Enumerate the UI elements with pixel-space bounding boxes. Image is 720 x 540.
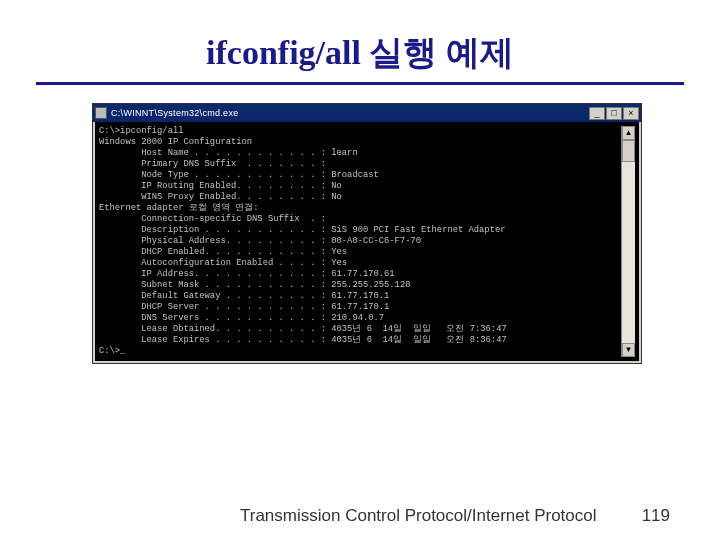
- terminal-scroll-region: C:\>ipconfig/all Windows 2000 IP Configu…: [99, 126, 635, 357]
- scroll-up-icon[interactable]: ▲: [622, 126, 635, 140]
- scrollbar[interactable]: ▲ ▼: [621, 126, 635, 357]
- term-line: Description . . . . . . . . . . . : SiS …: [99, 225, 621, 236]
- term-line: Ethernet adapter 로컬 영역 연결:: [99, 203, 621, 214]
- term-line: Primary DNS Suffix . . . . . . . :: [99, 159, 621, 170]
- term-line: DNS Servers . . . . . . . . . . . : 210.…: [99, 313, 621, 324]
- scroll-down-icon[interactable]: ▼: [622, 343, 635, 357]
- term-line: WINS Proxy Enabled. . . . . . . . : No: [99, 192, 621, 203]
- term-line: Physical Address. . . . . . . . . : 00-A…: [99, 236, 621, 247]
- titlebar-left: C:\WINNT\System32\cmd.exe: [95, 107, 239, 119]
- term-line: DHCP Enabled. . . . . . . . . . . : Yes: [99, 247, 621, 258]
- terminal-window: C:\WINNT\System32\cmd.exe _ □ × C:\>ipco…: [92, 103, 642, 364]
- term-line: Connection-specific DNS Suffix . :: [99, 214, 621, 225]
- term-line: Subnet Mask . . . . . . . . . . . : 255.…: [99, 280, 621, 291]
- maximize-button[interactable]: □: [606, 107, 622, 120]
- titlebar[interactable]: C:\WINNT\System32\cmd.exe _ □ ×: [93, 104, 641, 122]
- term-line: Lease Obtained. . . . . . . . . . : 4035…: [99, 324, 621, 335]
- term-line: DHCP Server . . . . . . . . . . . : 61.7…: [99, 302, 621, 313]
- titlebar-buttons: _ □ ×: [589, 107, 639, 120]
- scroll-track[interactable]: [622, 140, 635, 343]
- term-line: IP Routing Enabled. . . . . . . . : No: [99, 181, 621, 192]
- cmd-icon: [95, 107, 107, 119]
- close-button[interactable]: ×: [623, 107, 639, 120]
- term-line: C:\>ipconfig/all: [99, 126, 621, 137]
- terminal-content: C:\>ipconfig/all Windows 2000 IP Configu…: [99, 126, 621, 357]
- page-number: 119: [642, 507, 670, 524]
- window-title: C:\WINNT\System32\cmd.exe: [111, 109, 239, 118]
- footer-text: Transmission Control Protocol/Internet P…: [240, 507, 597, 524]
- footer: Transmission Control Protocol/Internet P…: [0, 507, 720, 524]
- term-line: Node Type . . . . . . . . . . . . : Broa…: [99, 170, 621, 181]
- term-line: Lease Expires . . . . . . . . . . : 4035…: [99, 335, 621, 346]
- term-line: Autoconfiguration Enabled . . . . : Yes: [99, 258, 621, 269]
- terminal-body: C:\>ipconfig/all Windows 2000 IP Configu…: [93, 122, 641, 363]
- minimize-button[interactable]: _: [589, 107, 605, 120]
- title-divider: [36, 82, 684, 85]
- term-line: Default Gateway . . . . . . . . . : 61.7…: [99, 291, 621, 302]
- scroll-thumb[interactable]: [622, 140, 635, 162]
- page-title: ifconfig/all 실행 예제: [36, 30, 684, 76]
- term-line: Windows 2000 IP Configuration: [99, 137, 621, 148]
- term-line: IP Address. . . . . . . . . . . . : 61.7…: [99, 269, 621, 280]
- term-line: Host Name . . . . . . . . . . . . : lear…: [99, 148, 621, 159]
- term-line: C:\>_: [99, 346, 621, 357]
- slide: ifconfig/all 실행 예제 C:\WINNT\System32\cmd…: [0, 0, 720, 540]
